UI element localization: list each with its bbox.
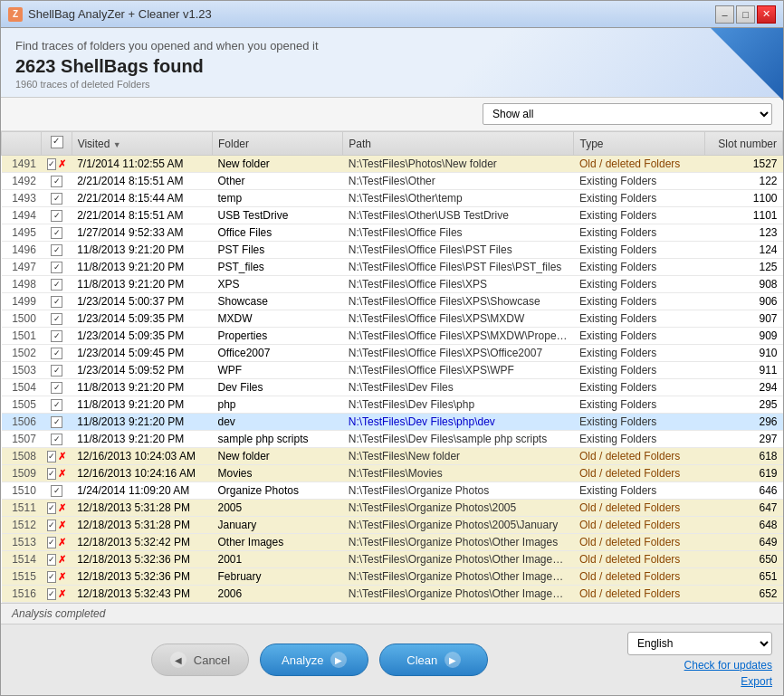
select-checkbox[interactable]	[47, 451, 56, 462]
row-checkbox-cell[interactable]	[42, 482, 72, 500]
table-row[interactable]: 1508 ✗ 12/16/2013 10:24:03 AM New folder…	[2, 448, 783, 465]
col-header-check[interactable]	[42, 132, 72, 156]
select-checkbox[interactable]	[51, 348, 62, 359]
col-header-slot[interactable]: Slot number	[704, 132, 782, 156]
slot-cell: 648	[704, 517, 782, 534]
row-checkbox-cell[interactable]: ✗	[42, 156, 72, 173]
col-header-visited[interactable]: Visited ▼	[72, 132, 212, 156]
select-checkbox[interactable]	[51, 399, 62, 411]
table-row[interactable]: 1511 ✗ 12/18/2013 5:31:28 PM 2005 N:\Tes…	[2, 500, 783, 517]
select-checkbox[interactable]	[51, 382, 62, 394]
row-checkbox-cell[interactable]: ✗	[42, 551, 72, 568]
row-checkbox-cell[interactable]	[42, 396, 72, 414]
table-row[interactable]: 1515 ✗ 12/18/2013 5:32:36 PM February N:…	[2, 568, 783, 586]
select-checkbox[interactable]	[51, 296, 62, 308]
select-checkbox[interactable]	[47, 571, 56, 583]
select-checkbox[interactable]	[47, 588, 56, 600]
row-checkbox-cell[interactable]	[42, 379, 72, 396]
select-checkbox[interactable]	[51, 365, 62, 377]
minimize-button[interactable]: –	[715, 5, 734, 24]
check-updates-link[interactable]: Check for updates	[684, 659, 772, 672]
select-checkbox[interactable]	[51, 262, 62, 273]
table-row[interactable]: 1507 11/8/2013 9:21:20 PM sample php scr…	[2, 431, 783, 448]
select-checkbox[interactable]	[47, 537, 56, 548]
row-checkbox-cell[interactable]: ✗	[42, 568, 72, 586]
select-all-checkbox[interactable]	[51, 136, 63, 148]
table-row[interactable]: 1514 ✗ 12/18/2013 5:32:36 PM 2001 N:\Tes…	[2, 551, 783, 568]
table-row[interactable]: 1501 1/23/2014 5:09:35 PM Properties N:\…	[2, 328, 783, 345]
table-row[interactable]: 1512 ✗ 12/18/2013 5:31:28 PM January N:\…	[2, 517, 783, 534]
filter-select[interactable]: Show all Existing Folders Old / deleted …	[483, 103, 772, 125]
row-checkbox-cell[interactable]	[42, 362, 72, 379]
table-row[interactable]: 1499 1/23/2014 5:00:37 PM Showcase N:\Te…	[2, 293, 783, 310]
table-row[interactable]: 1498 11/8/2013 9:21:20 PM XPS N:\TestFil…	[2, 276, 783, 293]
table-row[interactable]: 1502 1/23/2014 5:09:45 PM Office2007 N:\…	[2, 345, 783, 362]
col-header-type[interactable]: Type	[574, 132, 704, 156]
row-checkbox-cell[interactable]	[42, 414, 72, 431]
table-row[interactable]: 1497 11/8/2013 9:21:20 PM PST_files N:\T…	[2, 259, 783, 276]
select-checkbox[interactable]	[51, 313, 62, 325]
table-row[interactable]: 1509 ✗ 12/16/2013 10:24:16 AM Movies N:\…	[2, 465, 783, 482]
row-checkbox-cell[interactable]: ✗	[42, 465, 72, 482]
close-button[interactable]: ✕	[757, 5, 776, 24]
row-checkbox-cell[interactable]	[42, 293, 72, 310]
row-checkbox-cell[interactable]: ✗	[42, 500, 72, 517]
select-checkbox[interactable]	[51, 193, 62, 205]
checkbox-group: ✗	[47, 451, 66, 462]
table-row[interactable]: 1504 11/8/2013 9:21:20 PM Dev Files N:\T…	[2, 379, 783, 396]
select-checkbox[interactable]	[47, 158, 56, 170]
table-row[interactable]: 1496 11/8/2013 9:21:20 PM PST Files N:\T…	[2, 242, 783, 259]
cancel-button[interactable]: ◀ Cancel	[151, 644, 249, 676]
table-row[interactable]: 1495 1/27/2014 9:52:33 AM Office Files N…	[2, 224, 783, 242]
select-checkbox[interactable]	[51, 227, 62, 239]
row-checkbox-cell[interactable]: ✗	[42, 448, 72, 465]
folder-cell: WPF	[213, 362, 343, 379]
table-row[interactable]: 1506 11/8/2013 9:21:20 PM dev N:\TestFil…	[2, 414, 783, 431]
table-row[interactable]: 1513 ✗ 12/18/2013 5:32:42 PM Other Image…	[2, 534, 783, 551]
maximize-button[interactable]: □	[736, 5, 755, 24]
select-checkbox[interactable]	[47, 554, 56, 566]
col-header-folder[interactable]: Folder	[213, 132, 343, 156]
table-row[interactable]: 1494 2/21/2014 8:15:51 AM USB TestDrive …	[2, 207, 783, 224]
table-row[interactable]: 1510 1/24/2014 11:09:20 AM Organize Phot…	[2, 482, 783, 500]
col-header-path[interactable]: Path	[343, 132, 574, 156]
table-row[interactable]: 1500 1/23/2014 5:09:35 PM MXDW N:\TestFi…	[2, 310, 783, 328]
table-row[interactable]: 1491 ✗ 7/1/2014 11:02:55 AM New folder N…	[2, 156, 783, 173]
row-checkbox-cell[interactable]	[42, 190, 72, 207]
row-checkbox-cell[interactable]: ✗	[42, 586, 72, 603]
row-checkbox-cell[interactable]	[42, 173, 72, 190]
row-checkbox-cell[interactable]	[42, 310, 72, 328]
select-checkbox[interactable]	[51, 176, 62, 187]
folder-cell: Other	[213, 173, 343, 190]
row-checkbox-cell[interactable]	[42, 345, 72, 362]
row-checkbox-cell[interactable]	[42, 259, 72, 276]
select-checkbox[interactable]	[51, 279, 62, 291]
row-checkbox-cell[interactable]	[42, 328, 72, 345]
table-row[interactable]: 1505 11/8/2013 9:21:20 PM php N:\TestFil…	[2, 396, 783, 414]
analyze-button[interactable]: Analyze ▶	[260, 644, 368, 676]
row-checkbox-cell[interactable]	[42, 242, 72, 259]
row-checkbox-cell[interactable]	[42, 207, 72, 224]
export-link[interactable]: Export	[741, 675, 772, 688]
checkbox-group: ✗	[47, 158, 66, 170]
table-row[interactable]: 1492 2/21/2014 8:15:51 AM Other N:\TestF…	[2, 173, 783, 190]
select-checkbox[interactable]	[47, 502, 56, 514]
select-checkbox[interactable]	[51, 434, 62, 445]
select-checkbox[interactable]	[47, 520, 56, 531]
row-checkbox-cell[interactable]	[42, 431, 72, 448]
language-select[interactable]: English Deutsch Français Español	[627, 632, 772, 655]
row-checkbox-cell[interactable]: ✗	[42, 517, 72, 534]
select-checkbox[interactable]	[51, 485, 62, 497]
select-checkbox[interactable]	[51, 244, 62, 256]
table-row[interactable]: 1516 ✗ 12/18/2013 5:32:43 PM 2006 N:\Tes…	[2, 586, 783, 603]
row-checkbox-cell[interactable]	[42, 224, 72, 242]
select-checkbox[interactable]	[47, 468, 56, 480]
select-checkbox[interactable]	[51, 210, 62, 222]
clean-button[interactable]: Clean ▶	[379, 644, 488, 676]
table-row[interactable]: 1503 1/23/2014 5:09:52 PM WPF N:\TestFil…	[2, 362, 783, 379]
row-checkbox-cell[interactable]	[42, 276, 72, 293]
table-row[interactable]: 1493 2/21/2014 8:15:44 AM temp N:\TestFi…	[2, 190, 783, 207]
select-checkbox[interactable]	[51, 416, 62, 428]
row-checkbox-cell[interactable]: ✗	[42, 534, 72, 551]
select-checkbox[interactable]	[51, 330, 62, 342]
